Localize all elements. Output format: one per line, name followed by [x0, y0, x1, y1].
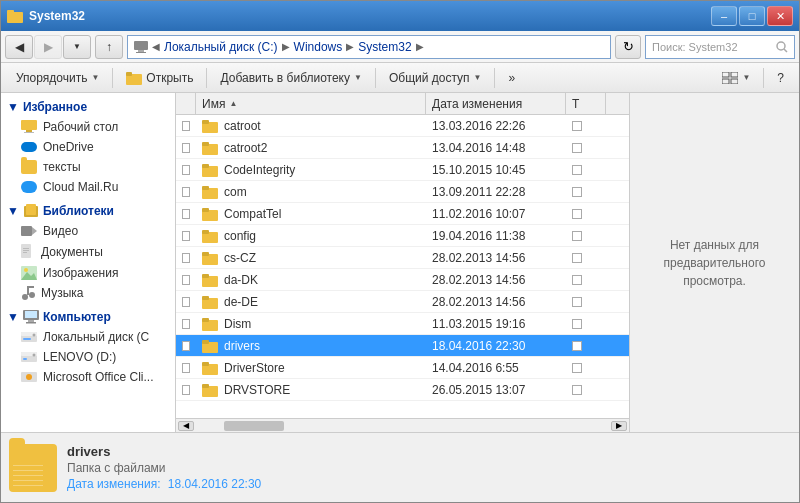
sidebar-item-cloud-mail[interactable]: Cloud Mail.Ru [1, 177, 175, 197]
file-checkbox[interactable] [176, 335, 196, 356]
address-path[interactable]: ◀ Локальный диск (C:) ▶ Windows ▶ System… [127, 35, 611, 59]
table-row[interactable]: config19.04.2016 11:38 [176, 225, 629, 247]
file-checkbox[interactable] [176, 225, 196, 246]
table-row[interactable]: CodeIntegrity15.10.2015 10:45 [176, 159, 629, 181]
organize-button[interactable]: Упорядочить ▼ [7, 66, 108, 90]
file-checkbox[interactable] [176, 159, 196, 180]
table-row[interactable]: catroot13.03.2016 22:26 [176, 115, 629, 137]
open-button[interactable]: Открыть [117, 66, 202, 90]
type-checkbox [572, 209, 582, 219]
add-to-library-button[interactable]: Добавить в библиотеку ▼ [211, 66, 370, 90]
h-scroll-left[interactable]: ◀ [178, 421, 194, 431]
svg-rect-70 [202, 384, 209, 388]
help-button[interactable]: ? [768, 66, 793, 90]
h-scrollbar-track[interactable] [194, 421, 611, 431]
file-name-cell: Dism [196, 313, 426, 334]
file-checkbox[interactable] [176, 137, 196, 158]
file-checkbox[interactable] [176, 115, 196, 136]
table-row[interactable]: cs-CZ28.02.2013 14:56 [176, 247, 629, 269]
sidebar-item-music[interactable]: Музыка [1, 283, 175, 303]
table-row[interactable]: drivers18.04.2016 22:30 [176, 335, 629, 357]
dropdown-button[interactable]: ▼ [63, 35, 91, 59]
col-header-name[interactable]: Имя ▲ [196, 93, 426, 114]
sidebar-item-documents[interactable]: Документы [1, 241, 175, 263]
table-row[interactable]: com13.09.2011 22:28 [176, 181, 629, 203]
file-list-header: Имя ▲ Дата изменения Т [176, 93, 629, 115]
path-part-windows[interactable]: Windows [294, 40, 343, 54]
file-checkbox[interactable] [176, 247, 196, 268]
drive-c-label: Локальный диск (C [43, 330, 149, 344]
table-row[interactable]: DRVSTORE26.05.2015 13:07 [176, 379, 629, 401]
up-button[interactable]: ↑ [95, 35, 123, 59]
path-part-system32[interactable]: System32 [358, 40, 411, 54]
computer-header[interactable]: ▼ Компьютер [1, 307, 175, 327]
libraries-header[interactable]: ▼ Библиотеки [1, 201, 175, 221]
file-checkbox[interactable] [176, 181, 196, 202]
more-button[interactable]: » [499, 66, 524, 90]
file-type-cell [566, 181, 606, 202]
file-area: Имя ▲ Дата изменения Т catroot13.03.2016… [176, 93, 629, 432]
folder-icon [202, 273, 218, 287]
svg-rect-15 [24, 132, 34, 133]
sidebar-item-drive-d[interactable]: LENOVO (D:) [1, 347, 175, 367]
sidebar-item-texts[interactable]: тексты [1, 157, 175, 177]
sidebar-item-onedrive[interactable]: OneDrive [1, 137, 175, 157]
favorites-header[interactable]: ▼ Избранное [1, 97, 175, 117]
view-options-button[interactable]: ▼ [713, 66, 759, 90]
folder-icon [202, 295, 218, 309]
share-button[interactable]: Общий доступ ▼ [380, 66, 491, 90]
file-type-cell [566, 335, 606, 356]
close-button[interactable]: ✕ [767, 6, 793, 26]
maximize-button[interactable]: □ [739, 6, 765, 26]
window-title: System32 [29, 9, 85, 23]
favorites-section: ▼ Избранное Рабочий стол OneDrive [1, 97, 175, 197]
refresh-button[interactable]: ↻ [615, 35, 641, 59]
file-checkbox[interactable] [176, 269, 196, 290]
file-checkbox[interactable] [176, 379, 196, 400]
checkbox-indicator [182, 275, 190, 285]
svg-rect-62 [202, 296, 209, 300]
search-box[interactable]: Поиск: System32 [645, 35, 795, 59]
sidebar-item-images[interactable]: Изображения [1, 263, 175, 283]
file-checkbox[interactable] [176, 313, 196, 334]
file-list-body[interactable]: catroot13.03.2016 22:26catroot213.04.201… [176, 115, 629, 418]
file-date-cell: 28.02.2013 14:56 [426, 269, 566, 290]
table-row[interactable]: DriverStore14.04.2016 6:55 [176, 357, 629, 379]
table-row[interactable]: de-DE28.02.2013 14:56 [176, 291, 629, 313]
minimize-button[interactable]: – [711, 6, 737, 26]
sidebar-item-video[interactable]: Видео [1, 221, 175, 241]
sidebar-item-office[interactable]: Microsoft Office Cli... [1, 367, 175, 387]
file-type-cell [566, 379, 606, 400]
file-name-text: Dism [224, 317, 251, 331]
table-row[interactable]: Dism11.03.2015 19:16 [176, 313, 629, 335]
file-date-cell: 19.04.2016 11:38 [426, 225, 566, 246]
file-checkbox[interactable] [176, 203, 196, 224]
sidebar-item-drive-c[interactable]: Локальный диск (C [1, 327, 175, 347]
file-checkbox[interactable] [176, 291, 196, 312]
h-scrollbar[interactable]: ◀ ▶ [176, 418, 629, 432]
h-scrollbar-thumb[interactable] [224, 421, 284, 431]
checkbox-indicator [182, 341, 190, 351]
svg-line-6 [784, 49, 787, 52]
library-chevron: ▼ [354, 73, 362, 82]
status-info: drivers Папка с файлами Дата изменения: … [67, 444, 261, 491]
forward-button[interactable]: ▶ [34, 35, 62, 59]
back-button[interactable]: ◀ [5, 35, 33, 59]
file-checkbox[interactable] [176, 357, 196, 378]
h-scroll-right[interactable]: ▶ [611, 421, 627, 431]
computer-collapse-icon: ▼ [7, 310, 19, 324]
file-date-cell: 11.02.2016 10:07 [426, 203, 566, 224]
video-label: Видео [43, 224, 78, 238]
table-row[interactable]: da-DK28.02.2013 14:56 [176, 269, 629, 291]
table-row[interactable]: catroot213.04.2016 14:48 [176, 137, 629, 159]
file-date-cell: 28.02.2013 14:56 [426, 291, 566, 312]
sidebar-item-desktop[interactable]: Рабочий стол [1, 117, 175, 137]
office-label: Microsoft Office Cli... [43, 370, 153, 384]
svg-rect-21 [23, 248, 29, 249]
path-part-c[interactable]: Локальный диск (C:) [164, 40, 278, 54]
col-header-date[interactable]: Дата изменения [426, 93, 566, 114]
svg-rect-48 [202, 142, 209, 146]
table-row[interactable]: CompatTel11.02.2016 10:07 [176, 203, 629, 225]
col-header-type[interactable]: Т [566, 93, 606, 114]
computer-label: Компьютер [43, 310, 111, 324]
